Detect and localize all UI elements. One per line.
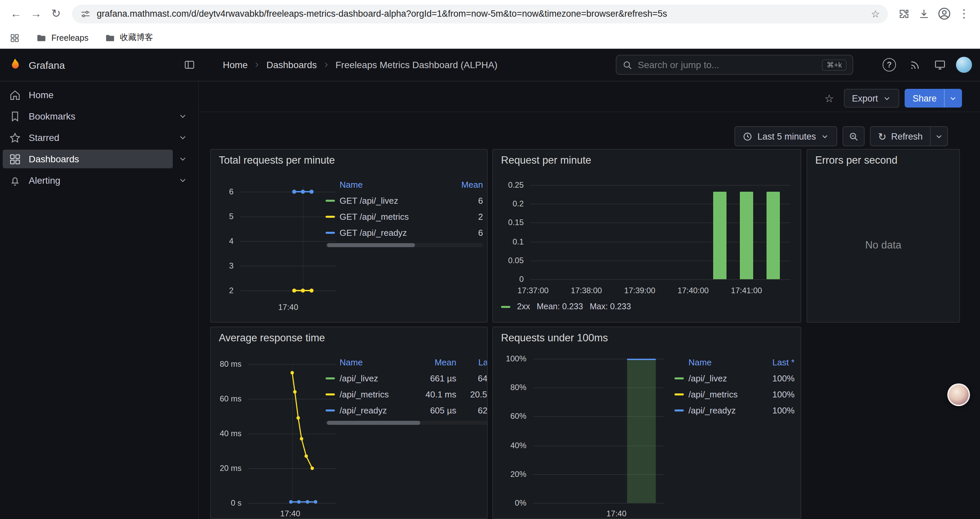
chevron-down-icon[interactable] <box>173 107 193 126</box>
sidebar-item-bookmarks[interactable]: Bookmarks <box>3 107 173 126</box>
tune-icon[interactable] <box>80 8 91 19</box>
forward-icon[interactable]: → <box>27 4 45 23</box>
url-bar[interactable]: grafana.mathmast.com/d/deytv4rwavabkb/fr… <box>72 4 888 23</box>
bookmark-folder-blog[interactable]: 收藏博客 <box>104 32 153 43</box>
series-last: 100% <box>760 373 795 383</box>
chevron-down-icon[interactable] <box>173 128 193 147</box>
refresh-button[interactable]: ↻ Refresh <box>870 126 931 146</box>
browser-menu-icon[interactable]: ⋮ <box>955 4 973 23</box>
series-mean: 2 <box>453 211 483 222</box>
breadcrumb-home[interactable]: Home <box>223 59 248 70</box>
url-text[interactable]: grafana.mathmast.com/d/deytv4rwavabkb/fr… <box>97 9 865 19</box>
y-axis-label: 0% <box>493 498 527 508</box>
sidebar-item-starred[interactable]: Starred <box>3 128 173 147</box>
legend-row[interactable]: GET /api/_readyz 6 <box>326 224 483 241</box>
legend-2xx[interactable]: 2xx Mean: 0.233 Max: 0.233 <box>501 302 631 311</box>
breadcrumb-dashboards[interactable]: Dashboards <box>267 59 317 70</box>
y-axis-label: 100% <box>493 354 527 363</box>
dashboard-toolbar: ☆ Export Share <box>820 89 962 107</box>
browser-profile-avatar[interactable] <box>935 4 953 23</box>
grafana-user-avatar[interactable] <box>956 57 972 73</box>
x-axis-label: 17:40:00 <box>672 286 714 295</box>
app-body: Home Bookmarks Starred <box>0 81 980 519</box>
legend-header-mean[interactable]: Mean <box>461 179 483 189</box>
series-name: /api/_readyz <box>340 405 387 415</box>
series-name: /api/_readyz <box>689 405 736 415</box>
y-axis-label: 80% <box>493 383 527 392</box>
monitor-icon[interactable] <box>931 56 949 74</box>
news-rss-icon[interactable] <box>905 56 924 74</box>
legend-header-name[interactable]: Name <box>340 179 363 189</box>
legend-header-name[interactable]: Name <box>340 357 363 367</box>
legend-table: Name Last * /api/_livez 100% /api/_metri… <box>675 354 795 418</box>
legend-row[interactable]: GET /api/_metrics 2 <box>326 208 483 224</box>
gridline <box>240 241 336 242</box>
download-icon[interactable] <box>915 4 933 23</box>
legend-scrollbar-thumb[interactable] <box>327 243 415 247</box>
y-axis-label: 20% <box>493 469 527 479</box>
star-dashboard-button[interactable]: ☆ <box>820 89 838 107</box>
legend-scrollbar[interactable] <box>326 243 483 247</box>
bookmark-icon <box>9 110 21 123</box>
series-name: GET /api/_readyz <box>340 227 407 238</box>
sidebar-item-home[interactable]: Home <box>3 86 193 104</box>
legend-row[interactable]: /api/_readyz 100% <box>675 402 795 418</box>
assistant-avatar[interactable] <box>947 383 970 406</box>
legend-row[interactable]: /api/_metrics 100% <box>675 386 795 402</box>
y-axis-label: 0.15 <box>493 218 524 227</box>
legend-header-name[interactable]: Name <box>689 357 711 367</box>
legend-row[interactable]: /api/_metrics 40.1 ms 20.5 r <box>326 386 488 402</box>
legend-header-mean[interactable]: Mean <box>434 357 456 367</box>
chevron-down-icon[interactable] <box>173 150 193 168</box>
gridline <box>533 503 664 504</box>
legend-scrollbar-thumb[interactable] <box>327 421 420 425</box>
reload-icon[interactable]: ↻ <box>47 4 65 23</box>
time-range-picker[interactable]: Last 5 minutes <box>735 126 838 146</box>
gridline <box>292 364 293 503</box>
export-button[interactable]: Export <box>844 89 899 107</box>
extensions-icon[interactable] <box>895 4 913 23</box>
sidebar-item-label: Dashboards <box>29 153 79 164</box>
bookmark-folder-freeleaps[interactable]: Freeleaps <box>36 32 88 43</box>
refresh-interval-dropdown[interactable] <box>930 126 948 146</box>
export-label: Export <box>852 93 878 103</box>
chevron-down-icon[interactable] <box>173 171 193 190</box>
share-dropdown-button[interactable] <box>944 89 962 107</box>
x-axis-label: 17:39:00 <box>619 286 661 295</box>
grafana-logo[interactable] <box>8 57 23 72</box>
legend-row[interactable]: /api/_livez 661 µs 646 <box>326 370 488 386</box>
legend-header-last[interactable]: Last * <box>773 357 795 367</box>
series-color-dash <box>326 232 335 233</box>
search-box[interactable]: ⌘+k <box>616 55 853 75</box>
panel-errors-per-second: Errors per second No data <box>807 149 960 323</box>
legend-header-last[interactable]: Las <box>478 357 488 367</box>
panel-title[interactable]: Errors per second <box>815 154 897 166</box>
sidebar-item-alerting[interactable]: Alerting <box>3 171 173 190</box>
y-axis-label: 0 <box>493 275 524 284</box>
y-axis-label: 40% <box>493 441 527 450</box>
dock-sidebar-icon[interactable] <box>180 56 199 74</box>
search-input[interactable] <box>638 59 816 70</box>
forward-glyph: → <box>30 7 42 21</box>
legend-scrollbar[interactable] <box>326 421 488 425</box>
apps-grid-icon[interactable] <box>10 32 20 43</box>
chevron-down-icon <box>821 132 829 141</box>
series-last: 100% <box>760 389 795 399</box>
series-color-dash <box>326 409 335 411</box>
series-name: GET /api/_metrics <box>340 211 409 222</box>
series-point <box>301 289 305 292</box>
bookmark-star-icon[interactable]: ☆ <box>871 8 880 20</box>
legend-row[interactable]: GET /api/_livez 6 <box>326 192 483 208</box>
series-color-dash <box>675 393 684 395</box>
zoom-out-button[interactable] <box>843 126 865 146</box>
back-icon[interactable]: ← <box>7 4 25 23</box>
series-mean: 40.1 ms <box>415 389 456 399</box>
y-axis-label: 0.05 <box>493 256 524 265</box>
legend-row[interactable]: /api/_readyz 605 µs 620 <box>326 402 488 418</box>
legend-row[interactable]: /api/_livez 100% <box>675 370 795 386</box>
share-button[interactable]: Share <box>905 89 945 107</box>
help-icon[interactable]: ? <box>880 56 899 74</box>
sidebar-item-dashboards[interactable]: Dashboards <box>3 150 173 168</box>
breadcrumb: Home Dashboards Freeleaps Metrics Dashbo… <box>223 59 497 70</box>
sidebar: Home Bookmarks Starred <box>0 81 199 519</box>
